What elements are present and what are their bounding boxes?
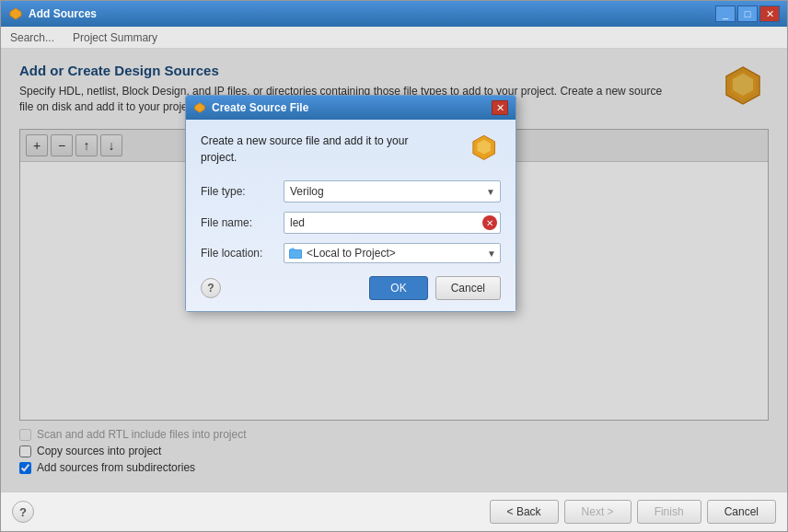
bottom-left: ? [12,501,34,523]
file-type-select[interactable]: Verilog VHDL SystemVerilog [284,180,501,202]
file-name-clear-button[interactable]: ✕ [482,215,497,230]
window-title: Add Sources [29,7,97,20]
create-source-dialog: Create Source File ✕ Create a new source… [185,95,516,312]
svg-marker-4 [195,103,205,113]
file-name-input-wrapper: ✕ [284,212,501,234]
nav-project-summary[interactable]: Project Summary [73,31,157,44]
title-bar: Add Sources _ □ ✕ [1,1,787,27]
file-name-input[interactable] [284,212,501,234]
file-location-select[interactable]: <Local to Project> [307,247,483,260]
file-location-wrapper[interactable]: <Local to Project> ▼ [284,243,501,263]
svg-rect-8 [290,250,301,258]
finish-button[interactable]: Finish [637,500,701,524]
dialog-logo-svg [468,133,501,166]
dialog-footer: ? OK Cancel [201,276,501,300]
maximize-button[interactable]: □ [737,6,758,22]
bottom-bar: ? < Back Next > Finish Cancel [1,492,787,531]
back-button[interactable]: < Back [490,500,559,524]
dialog-title-text: Create Source File [212,101,308,114]
file-type-control: Verilog VHDL SystemVerilog ▼ [284,180,501,202]
dialog-content: Create a new source file and add it to y… [186,120,516,311]
file-name-row: File name: ✕ [201,212,501,234]
dialog-title-left: Create Source File [193,101,308,114]
file-location-label: File location: [201,247,284,260]
nav-bar: Search... Project Summary [1,27,787,49]
dialog-ok-button[interactable]: OK [369,276,427,300]
help-button[interactable]: ? [12,501,34,523]
nav-search[interactable]: Search... [10,31,54,44]
minimize-button[interactable]: _ [715,6,736,22]
file-location-control: <Local to Project> ▼ [284,243,501,263]
file-name-label: File name: [201,216,284,229]
file-type-row: File type: Verilog VHDL SystemVerilog ▼ [201,180,501,202]
cancel-button[interactable]: Cancel [707,500,776,524]
next-button[interactable]: Next > [564,500,632,524]
dialog-cancel-button[interactable]: Cancel [435,276,501,300]
file-name-control: ✕ [284,212,501,234]
dialog-action-buttons: OK Cancel [369,276,501,300]
file-location-arrow: ▼ [487,249,496,259]
main-window: Add Sources _ □ ✕ Search... Project Summ… [0,0,788,532]
bottom-buttons: < Back Next > Finish Cancel [490,500,776,524]
file-type-label: File type: [201,185,284,198]
close-button[interactable]: ✕ [759,6,780,22]
file-type-select-wrapper: Verilog VHDL SystemVerilog ▼ [284,180,501,202]
location-folder-icon [288,246,303,260]
dialog-close-button[interactable]: ✕ [492,100,508,115]
dialog-logo [468,133,501,166]
file-location-row: File location: <Local to Project> [201,243,501,263]
svg-marker-0 [10,8,21,19]
dialog-title-bar: Create Source File ✕ [186,96,516,120]
modal-overlay: Create Source File ✕ Create a new source… [1,49,787,492]
dialog-header: Create a new source file and add it to y… [201,133,501,166]
app-icon [8,6,23,21]
title-bar-controls: _ □ ✕ [715,6,780,22]
dialog-icon [193,101,206,114]
dialog-description: Create a new source file and add it to y… [201,133,422,166]
title-bar-left: Add Sources [8,6,97,21]
content-area: Add or Create Design Sources Specify HDL… [1,49,787,492]
dialog-help-button[interactable]: ? [201,278,221,298]
